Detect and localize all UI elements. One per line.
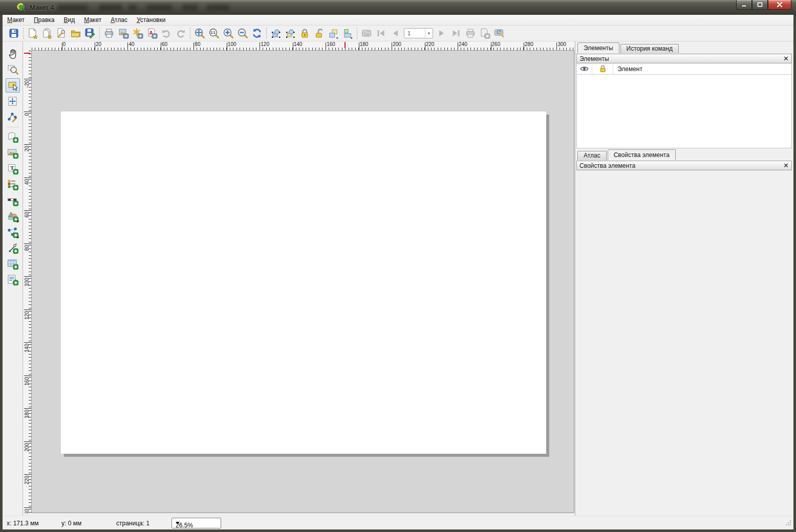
menu-atlas[interactable]: Атлас [106,15,132,25]
right-dock-area: Элементы История команд Элементы ✕ [575,41,793,516]
edit-nodes-item-button[interactable] [6,110,20,124]
add-arrow-button[interactable] [6,241,20,255]
zoom-out-icon [237,28,248,39]
export-pdf-button[interactable]: A [145,27,159,40]
save-layout-button[interactable] [7,27,20,40]
pan-tool-button[interactable] [6,47,20,61]
add-label-button[interactable]: T [6,162,20,176]
menu-layout[interactable]: Макет [3,15,29,25]
next-feature-icon [436,28,447,39]
atlas-last-feature-button[interactable] [449,27,463,40]
zoom-tool-button[interactable] [6,62,20,77]
layout-manager-button[interactable] [55,27,68,40]
layout-manager-icon [56,28,67,39]
unlock-icon [313,28,325,39]
tab-item-properties[interactable]: Свойства элемента [608,149,676,160]
title-bar[interactable]: Макет 4 [0,0,796,15]
add-arrow-icon [7,242,19,254]
background-window-blur [182,5,198,10]
minimize-button[interactable] [736,0,752,10]
refresh-icon [251,28,263,39]
chevron-down-icon[interactable]: ▼ [425,29,433,38]
undo-button[interactable] [160,27,173,40]
menu-layout2[interactable]: Макет [79,15,106,25]
background-window-blur [58,5,88,10]
zoom-in-button[interactable] [222,27,235,40]
add-nodes-item-button[interactable] [6,225,20,239]
select-all-icon [270,28,282,39]
print-layout-button[interactable] [102,27,116,40]
toolbar-separator [190,28,190,39]
background-window-blur [207,5,229,10]
atlas-settings-button[interactable] [492,27,506,40]
add-table-icon [7,258,19,270]
select-all-items-button[interactable] [269,27,283,40]
atlas-preview-button[interactable] [360,27,373,40]
items-column-header: Элемент [613,65,642,73]
add-scalebar-button[interactable] [6,193,20,208]
close-button[interactable] [768,0,791,10]
tab-command-history[interactable]: История команд [620,44,679,53]
tab-items[interactable]: Элементы [577,42,619,53]
menu-settings[interactable]: Установки [132,15,170,25]
duplicate-layout-button[interactable]: ★ [40,27,54,40]
tab-atlas[interactable]: Атлас [577,151,607,160]
refresh-view-button[interactable] [250,27,264,40]
atlas-page-box[interactable]: 1 ▼ [404,28,433,38]
toolbar-separator [23,28,24,39]
visibility-eye-icon [577,63,592,74]
atlas-export-button[interactable] [478,27,491,40]
redo-button[interactable] [174,27,187,40]
move-item-content-button[interactable] [6,94,20,108]
layout-page[interactable] [61,112,546,454]
add-html-frame-button[interactable] [6,273,20,287]
zoom-actual-size-button[interactable]: 1:1 [207,27,221,40]
lock-selected-items-button[interactable] [298,27,311,40]
atlas-previous-feature-button[interactable] [389,27,402,40]
layout-canvas[interactable] [32,51,574,513]
add-nodes-icon [7,226,19,238]
select-move-item-button[interactable] [6,78,20,93]
menu-edit[interactable]: Правка [29,15,59,25]
ruler-corner [24,41,32,51]
add-map-button[interactable] [6,130,20,144]
atlas-next-feature-button[interactable] [435,27,448,40]
add-label-icon: T [7,163,19,175]
close-panel-icon[interactable]: ✕ [783,162,789,169]
maximize-button[interactable] [752,0,768,10]
export-svg-button[interactable] [131,27,144,40]
add-shape-button[interactable] [6,209,20,224]
open-layout-button[interactable] [69,27,82,40]
add-legend-button[interactable] [6,178,20,192]
items-list-header: Элемент [577,63,791,75]
close-panel-icon[interactable]: ✕ [783,55,789,62]
save-as-template-button[interactable] [83,27,97,40]
new-layout-button[interactable]: ★ [26,27,39,40]
edit-nodes-icon [7,111,19,123]
atlas-page-value: 1 [407,30,411,36]
zoom-1-1-icon: 1:1 [208,28,220,39]
deselect-all-items-button[interactable] [284,27,297,40]
atlas-print-button[interactable] [464,27,477,40]
svg-text:★: ★ [47,34,52,39]
menu-view[interactable]: Вид [59,15,80,25]
zoom-level-select[interactable]: 26.5% [171,518,221,528]
resize-grip[interactable] [785,520,792,528]
items-list[interactable]: Элемент [576,63,792,148]
zoom-region-icon [7,63,19,76]
unlock-all-items-button[interactable] [312,27,326,40]
atlas-print-icon [465,28,476,39]
atlas-first-feature-button[interactable] [374,27,388,40]
add-picture-button[interactable] [6,146,20,160]
add-attribute-table-button[interactable] [6,257,20,271]
add-html-icon [7,274,19,286]
raise-selected-items-button[interactable] [327,27,340,40]
align-selected-items-button[interactable] [341,27,354,40]
h-ruler-ticks [32,48,574,50]
page-readout: страница: 1 [116,520,149,527]
export-image-button[interactable] [117,27,130,40]
zoom-full-button[interactable] [193,27,206,40]
maximize-icon [757,2,763,7]
duplicate-layout-icon: ★ [41,28,53,39]
zoom-out-button[interactable] [236,27,249,40]
